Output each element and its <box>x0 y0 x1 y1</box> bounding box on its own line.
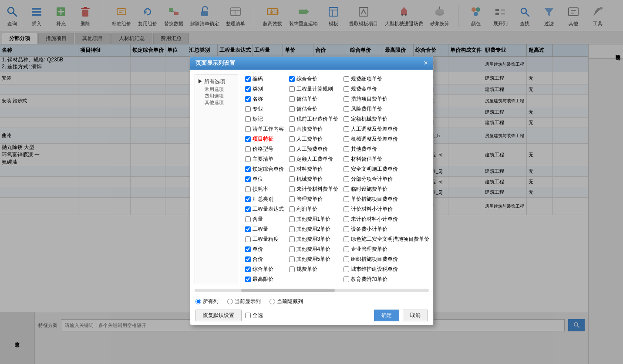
cb-qingdan-work[interactable]: 清单工作内容 <box>242 124 286 134</box>
tree-root[interactable]: ▶ 所有选项 <box>198 77 235 86</box>
cb-anquan-wenming-input[interactable] <box>343 166 349 172</box>
cb-danjia-cuoshi[interactable]: 单价措施项目费单价 <box>341 194 429 204</box>
cb-zuigao-xianjia-input[interactable] <box>245 276 251 282</box>
cb-leibie-input[interactable] <box>245 86 251 92</box>
cb-zuzhi-cuoshi-input[interactable] <box>343 256 349 262</box>
cb-bianhao[interactable]: 编码 <box>242 74 286 84</box>
cb-qiye-guanli[interactable]: 企业管理费单价 <box>341 244 429 254</box>
cb-linshi-sheshi-input[interactable] <box>343 186 349 192</box>
radio-current-hide-input[interactable] <box>269 299 275 304</box>
cb-zhuanye-input[interactable] <box>245 106 251 112</box>
cb-linshi-sheshi[interactable]: 临时设施费单价 <box>341 184 429 194</box>
cb-xiangmu-tezheng[interactable]: 项目特征 <box>242 134 286 144</box>
cb-qita-fei[interactable]: 其他费单价 <box>341 144 429 154</box>
cb-danjia[interactable]: 单价 <box>242 244 286 254</box>
cb-zonghe-danjia[interactable]: 综合单价 <box>242 264 286 274</box>
cb-zonghe-danjia-input[interactable] <box>245 266 251 272</box>
cb-weiji-xiaoji[interactable]: 未计价材料小计单价 <box>341 214 429 224</box>
cb-jiaoyu-fujia[interactable]: 教育费附加单价 <box>341 274 429 284</box>
cb-zanggu-hejia-input[interactable] <box>289 106 295 112</box>
cb-qita1[interactable]: 其他费用1单价 <box>286 214 341 224</box>
cb-qita3[interactable]: 其他费用3单价 <box>286 234 341 244</box>
cb-cailiao-danjia-input[interactable] <box>289 166 295 172</box>
modal-h-scrollbar[interactable] <box>195 289 429 292</box>
cb-fengxian-fei-input[interactable] <box>343 106 349 112</box>
cb-shuiqian-zaojia[interactable]: 税前工程造价单价 <box>286 114 341 124</box>
cb-cuoshi-fei-input[interactable] <box>343 96 349 102</box>
cb-weiji-xiaoji-input[interactable] <box>343 216 349 222</box>
cb-rengong-tiaozheng[interactable]: 人工调整及价差单价 <box>341 124 429 134</box>
cb-hejia[interactable]: 合价 <box>242 254 286 264</box>
cb-anquan-wenming[interactable]: 安全文明施工费单价 <box>341 164 429 174</box>
cancel-button[interactable]: 取消 <box>403 310 428 321</box>
cb-guifei-xiang[interactable]: 规费细项单价 <box>341 74 429 84</box>
cb-qita4[interactable]: 其他费用4单价 <box>286 244 341 254</box>
cb-rengong-yufei[interactable]: 人工预费单价 <box>286 144 341 154</box>
cb-jiaji-cailiao[interactable]: 计价材料小计单价 <box>341 204 429 214</box>
cb-dinge-jixie-input[interactable] <box>343 116 349 122</box>
cb-luse-cuoshi-input[interactable] <box>343 236 349 242</box>
cb-gongchengliang[interactable]: 工程量 <box>242 224 286 234</box>
cb-fengxian-fei[interactable]: 风险费用单价 <box>341 104 429 114</box>
tree-child-0[interactable]: 常用选项 <box>198 86 235 93</box>
modal-h-scrollbar-thumb[interactable] <box>241 289 335 292</box>
cb-zhuyao-qingdan[interactable]: 主要清单 <box>242 154 286 164</box>
cb-gongchengliang-jingdu[interactable]: 工程量精度 <box>242 234 286 244</box>
cb-sunhao[interactable]: 损耗率 <box>242 184 286 194</box>
cb-mingcheng-input[interactable] <box>245 96 251 102</box>
cb-mingcheng[interactable]: 名称 <box>242 94 286 104</box>
modal-close-button[interactable]: × <box>424 59 428 67</box>
cb-danwei[interactable]: 单位 <box>242 174 286 184</box>
cb-xiangmu-tezheng-input[interactable] <box>245 136 251 142</box>
cb-guifei-jin-input[interactable] <box>343 86 349 92</box>
cb-sunhao-input[interactable] <box>245 186 251 192</box>
radio-current-hide[interactable]: 当前隐藏列 <box>269 298 303 305</box>
cb-zhijie-fei[interactable]: 直接费单价 <box>286 124 341 134</box>
cb-hejia-input[interactable] <box>245 256 251 262</box>
cb-dinge-rengong[interactable]: 定额人工费单价 <box>286 154 341 164</box>
select-all-label[interactable]: 全选 <box>245 312 263 319</box>
cb-cailiao-zangu[interactable]: 材料暂估单价 <box>341 154 429 164</box>
cb-dinge-rengong-input[interactable] <box>289 156 295 162</box>
cb-zanggu-hejia[interactable]: 暂估合价 <box>286 104 341 114</box>
cb-qita-fei-input[interactable] <box>343 146 349 152</box>
radio-current-show[interactable]: 当前显示列 <box>227 298 261 305</box>
cb-dinge-jixie[interactable]: 定额机械费单价 <box>341 114 429 124</box>
cb-suoding-input[interactable] <box>245 166 251 172</box>
restore-defaults-button[interactable]: 恢复默认设置 <box>195 310 242 321</box>
cb-hanliang-input[interactable] <box>245 216 251 222</box>
cb-rengong-danjia-input[interactable] <box>289 136 295 142</box>
cb-qiye-guanli-input[interactable] <box>343 246 349 252</box>
cb-danwei-input[interactable] <box>245 176 251 182</box>
radio-all-cols[interactable]: 所有列 <box>195 298 219 305</box>
cb-guifei-danjia-input[interactable] <box>289 266 295 272</box>
cb-weiji-cailiao[interactable]: 未计价材料费单价 <box>286 184 341 194</box>
cb-shuiqian-zaojia-input[interactable] <box>289 116 295 122</box>
cb-jiage-xinghao-input[interactable] <box>245 146 251 152</box>
cb-rengong-tiaozheng-input[interactable] <box>343 126 349 132</box>
cb-leibie[interactable]: 类别 <box>242 84 286 94</box>
cb-zanggu-danjia[interactable]: 暂估单价 <box>286 94 341 104</box>
cb-zonghe-hejia[interactable]: 综合合价 <box>286 74 341 84</box>
cb-biaoji-input[interactable] <box>245 116 251 122</box>
cb-rengong-yufei-input[interactable] <box>289 146 295 152</box>
cb-guifei-danjia[interactable]: 规费单价 <box>286 264 341 274</box>
cb-zhijie-fei-input[interactable] <box>289 126 295 132</box>
cb-guanli-danjia[interactable]: 管理费单价 <box>286 194 341 204</box>
cb-chengshi-shuijian[interactable]: 城市维护建设税单价 <box>341 264 429 274</box>
cb-gongchengliang-expr-input[interactable] <box>245 206 251 212</box>
cb-zhuanye[interactable]: 专业 <box>242 104 286 114</box>
cb-huizong[interactable]: 汇总类别 <box>242 194 286 204</box>
cb-jiaji-cailiao-input[interactable] <box>343 206 349 212</box>
cb-jixie-danjia-input[interactable] <box>289 176 295 182</box>
cb-qita2[interactable]: 其他费用2单价 <box>286 224 341 234</box>
cb-zhuyao-qingdan-input[interactable] <box>245 156 251 162</box>
cb-danjia-cuoshi-input[interactable] <box>343 196 349 202</box>
tree-child-1[interactable]: 费用选项 <box>198 93 235 99</box>
cb-qita5[interactable]: 其他费用5单价 <box>286 254 341 264</box>
cb-jixie-danjia[interactable]: 机械费单价 <box>286 174 341 184</box>
radio-all-cols-input[interactable] <box>195 299 201 304</box>
cb-guifei-jin[interactable]: 规费金单价 <box>341 84 429 94</box>
cb-qita2-input[interactable] <box>289 226 295 232</box>
cb-jiaoyu-fujia-input[interactable] <box>343 276 349 282</box>
